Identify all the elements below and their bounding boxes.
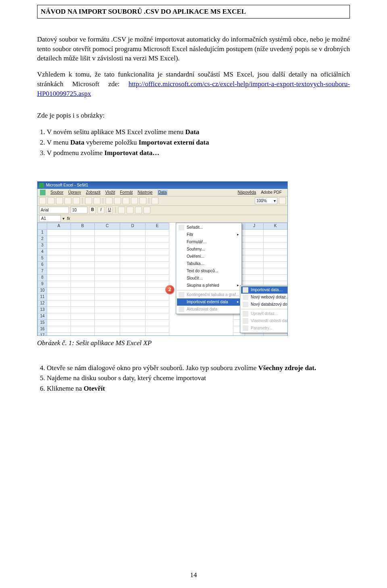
params-icon [243, 325, 248, 331]
list-item: Otevře se nám dialogové okno pro výběr s… [47, 363, 350, 373]
excel-screenshot: Microsoft Excel - Sešit1 Soubor Úpravy Z… [37, 181, 288, 336]
page-number: 14 [0, 570, 387, 580]
menu-item-skupina[interactable]: Skupina a přehled▸ [177, 282, 241, 289]
menu-soubor[interactable]: Soubor [50, 190, 63, 195]
merge-button[interactable] [144, 207, 150, 213]
pivot-icon [179, 292, 184, 298]
bold-button[interactable]: B [89, 207, 96, 213]
menu-zobrazit[interactable]: Zobrazit [86, 190, 100, 195]
zoom-select[interactable]: 100%▾ [255, 197, 277, 204]
col-header[interactable]: B [71, 223, 94, 229]
row-header[interactable]: 17 [38, 332, 47, 335]
formula-bar: A1 ▾ fx [37, 215, 287, 223]
col-header[interactable]: E [146, 223, 169, 229]
row-header[interactable]: 2 [38, 236, 47, 242]
row-header[interactable]: 11 [38, 294, 47, 300]
row-header[interactable]: 13 [38, 306, 47, 313]
submenu-novy-db[interactable]: Nový databázový dotaz... [241, 301, 287, 308]
import-icon [243, 287, 248, 293]
edit-icon [243, 311, 248, 317]
underline-button[interactable]: U [106, 207, 113, 213]
menu-item-overeni[interactable]: Ověření... [177, 253, 241, 260]
col-header[interactable]: K [264, 223, 287, 229]
col-header[interactable]: A [47, 223, 71, 229]
row-header[interactable]: 5 [38, 255, 47, 261]
menu-item-kontingencni[interactable]: Kontingenční tabulka a graf... [177, 291, 241, 298]
col-header[interactable]: D [120, 223, 145, 229]
row-header[interactable]: 7 [38, 268, 47, 274]
col-header[interactable]: C [94, 223, 120, 229]
row-header[interactable]: 15 [38, 319, 47, 326]
toolbar-button[interactable] [139, 197, 146, 204]
list-item: Najdeme na disku soubor s daty, který ch… [47, 373, 350, 383]
excel-titlebar: Microsoft Excel - Sešit1 [37, 182, 287, 189]
menu-item-souhrny[interactable]: Souhrny... [177, 246, 241, 253]
submenu-novy-webovy[interactable]: Nový webový dotaz... [241, 294, 287, 301]
align-right-button[interactable] [135, 207, 142, 213]
blank-icon [179, 239, 184, 245]
toolbar-button[interactable] [73, 197, 80, 204]
menu-upravy[interactable]: Úpravy [68, 190, 81, 195]
row-header[interactable]: 12 [38, 300, 47, 306]
list-item: V menu Data vybereme položku Importovat … [47, 138, 350, 147]
italic-button[interactable]: I [98, 207, 104, 213]
toolbar-button[interactable] [39, 197, 46, 204]
toolbar-button[interactable] [279, 197, 286, 204]
align-center-button[interactable] [127, 207, 133, 213]
row-header[interactable]: 6 [38, 261, 47, 268]
blank-icon [179, 254, 184, 259]
menu-item-importovat-externi[interactable]: Importovat externí data▸ [177, 298, 241, 306]
font-size-select[interactable]: 10 [71, 207, 87, 213]
toolbar-button[interactable] [106, 197, 112, 204]
toolbar-button[interactable] [48, 197, 54, 204]
toolbar-button[interactable] [94, 197, 100, 204]
paragraph-intro: Datový soubor ve formátu .CSV je možné i… [37, 35, 350, 63]
excel-toolbar-formatting: Arial 10 B I U [37, 206, 287, 215]
toolbar-button[interactable] [123, 197, 129, 204]
blank-icon [179, 299, 184, 305]
list-item: Klikneme na Otevřít [47, 384, 350, 393]
excel-menubar: Soubor Úpravy Zobrazit Vložit Formát Nás… [37, 189, 287, 197]
row-header[interactable]: 16 [38, 326, 47, 332]
col-header[interactable]: J [245, 223, 264, 229]
row-header[interactable]: 4 [38, 248, 47, 255]
steps-list-2: Otevře se nám dialogové okno pro výběr s… [47, 363, 350, 393]
name-box[interactable]: A1 [39, 215, 61, 222]
align-left-button[interactable] [118, 207, 125, 213]
menu-item-seradit[interactable]: Seřadit... [177, 224, 241, 231]
menu-item-filtr[interactable]: Filtr▸ [177, 231, 241, 238]
toolbar-button[interactable] [85, 197, 92, 204]
menu-item-formular[interactable]: Formulář… [177, 238, 241, 246]
row-header[interactable]: 8 [38, 274, 47, 281]
row-header[interactable]: 9 [38, 281, 47, 287]
menu-nastroje[interactable]: Nástroje [137, 190, 152, 195]
popis-heading: Zde je popis i s obrázky: [37, 111, 350, 120]
toolbar-button[interactable] [56, 197, 63, 204]
toolbar-button[interactable] [64, 197, 71, 204]
props-icon [243, 318, 248, 324]
data-menu-dropdown: Seřadit... Filtr▸ Formulář… Souhrny... O… [176, 223, 242, 314]
submenu-importovat-data[interactable]: Importovat data… [241, 286, 287, 294]
row-header[interactable]: 3 [38, 242, 47, 248]
menu-item-sloucit[interactable]: Sloučit… [177, 275, 241, 282]
import-submenu: Importovat data… Nový webový dotaz... No… [240, 285, 287, 333]
menu-data[interactable]: Data [157, 190, 167, 195]
menu-adobe[interactable]: Adobe PDF [261, 190, 282, 195]
toolbar-button[interactable] [131, 197, 138, 204]
row-header[interactable]: 1 [38, 229, 47, 236]
toolbar-button[interactable] [114, 197, 121, 204]
figure-caption: Obrázek č. 1: Sešit aplikace MS Excel XP [37, 338, 350, 348]
menu-item-tabulka[interactable]: Tabulka… [177, 260, 241, 267]
select-all-corner[interactable] [38, 223, 47, 229]
row-header[interactable]: 14 [38, 313, 47, 319]
row-header[interactable]: 10 [38, 287, 47, 294]
toolbar-button[interactable] [152, 197, 158, 204]
menu-format[interactable]: Formát [120, 190, 133, 195]
steps-list-1: V novém sešitu aplikace MS Excel zvolíme… [47, 127, 350, 157]
menu-item-text-do-sloupcu[interactable]: Text do sloupců... [177, 267, 241, 275]
window-icon [40, 190, 46, 195]
menu-vlozit[interactable]: Vložit [105, 190, 115, 195]
chevron-down-icon: ▾ [62, 216, 64, 222]
menu-napoveda[interactable]: Nápověda [238, 190, 256, 195]
font-select[interactable]: Arial [39, 207, 69, 213]
